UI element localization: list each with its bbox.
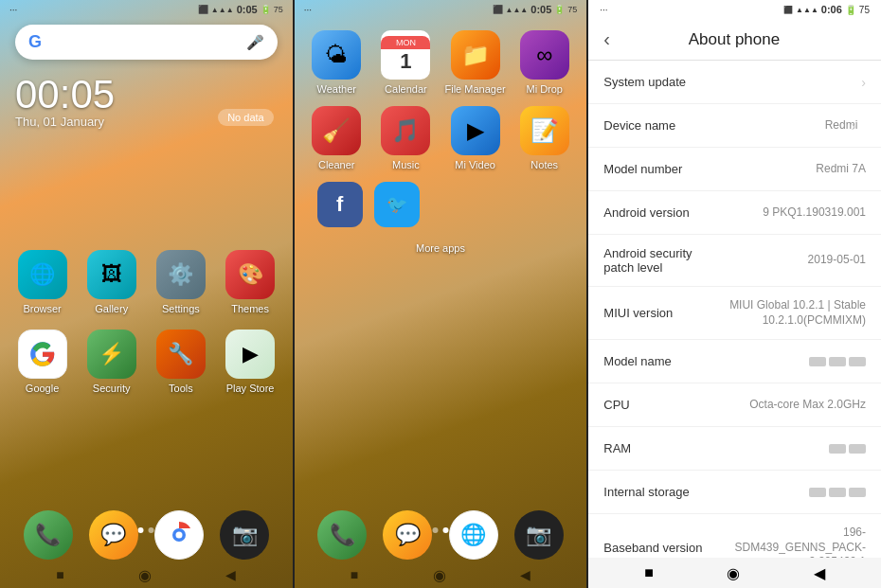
status-dots: ··· — [9, 5, 17, 15]
security-label: Security — [93, 383, 131, 394]
row-model-name: Model name — [588, 340, 881, 383]
s2-dock-messages[interactable]: 💬 — [383, 510, 432, 560]
about-signal-icon: ▲▲▲ — [796, 6, 818, 14]
about-nav-bar: ■ ◉ ◀ — [588, 558, 881, 588]
dock-phone[interactable]: 📞 — [24, 510, 73, 560]
app-browser[interactable]: 🌐 Browser — [11, 250, 73, 314]
row-system-update[interactable]: System update › — [588, 61, 881, 104]
app-mivideo[interactable]: ▶ Mi Video — [444, 106, 506, 170]
nav-square[interactable]: ■ — [56, 567, 63, 582]
mic-icon[interactable]: 🎤 — [246, 34, 264, 51]
storage-redact-3 — [849, 488, 866, 497]
mivideo-label: Mi Video — [455, 159, 495, 170]
filemanager-icon: 📁 — [451, 30, 500, 80]
redact-3 — [849, 357, 866, 366]
themes-icon: 🎨 — [225, 250, 275, 299]
screen2-status-bar: ··· ⬛ ▲▲▲ 0:05 🔋 75 — [295, 0, 587, 19]
screen2-top-apps: 🌤 Weather MON 1 Calendar 📁 File Manager … — [295, 27, 587, 98]
bottom-dock: 📞 💬 📷 — [0, 510, 293, 560]
about-list: System update › Device name Redmi › Mode… — [588, 61, 881, 558]
app-filemanager[interactable]: 📁 File Manager — [444, 30, 506, 95]
google-logo: G — [28, 32, 42, 52]
svg-point-1 — [175, 532, 182, 539]
back-button[interactable]: ‹ — [603, 28, 610, 50]
s2-time: 0:05 — [530, 4, 551, 15]
cpu-label: CPU — [603, 398, 629, 412]
app-notes[interactable]: 📝 Notes — [513, 106, 575, 170]
row-cpu: CPU Octa-core Max 2.0GHz — [588, 383, 881, 427]
settings-label: Settings — [162, 303, 200, 314]
row-security-patch: Android security patch level 2019-05-01 — [588, 235, 881, 287]
row-internal-storage: Internal storage — [588, 471, 881, 514]
s2-dock-camera[interactable]: 📷 — [514, 510, 564, 560]
row-model-number: Model number Redmi 7A — [588, 148, 881, 191]
app-music[interactable]: 🎵 Music — [375, 106, 437, 170]
gallery-icon: 🖼 — [87, 250, 136, 299]
row-device-name[interactable]: Device name Redmi › — [588, 104, 881, 148]
weather-icon: 🌤 — [312, 30, 361, 80]
no-data-badge: No data — [218, 109, 274, 126]
screen1-status-bar: ··· ⬛ ▲▲▲ 0:05 🔋 75 — [0, 0, 293, 19]
app-calendar[interactable]: MON 1 Calendar — [375, 30, 437, 95]
s2-nav-circle[interactable]: ◉ — [433, 566, 446, 584]
s2-signal-icon: ▲▲▲ — [506, 6, 529, 14]
playstore-label: Play Store — [226, 383, 275, 394]
about-status-bar: ··· ⬛ ▲▲▲ 0:06 🔋 75 — [588, 0, 881, 19]
app-google[interactable]: Google — [11, 330, 73, 394]
about-time: 0:06 — [821, 4, 842, 15]
android-version-label: Android version — [603, 205, 689, 220]
app-midrop[interactable]: ∞ Mi Drop — [513, 30, 575, 95]
cleaner-icon: 🧹 — [312, 106, 361, 155]
security-patch-value: 2019-05-01 — [808, 253, 866, 268]
s2-sim-icon: ⬛ — [493, 5, 503, 14]
nav-back[interactable]: ◀ — [225, 567, 236, 582]
twitter-icon: 🐦 — [374, 182, 420, 227]
about-nav-back[interactable]: ◀ — [814, 564, 825, 582]
dock-chrome[interactable] — [154, 510, 204, 560]
about-nav-square[interactable]: ■ — [644, 564, 654, 581]
app-playstore[interactable]: ▶ Play Store — [220, 330, 281, 394]
s2-status-icons: ⬛ ▲▲▲ 0:05 🔋 75 — [493, 4, 578, 15]
app-gallery[interactable]: 🖼 Gallery — [81, 250, 142, 314]
security-patch-label: Android security patch level — [603, 246, 722, 275]
app-settings[interactable]: ⚙️ Settings — [150, 250, 211, 314]
screen1-time: 0:05 — [237, 4, 258, 15]
calendar-label: Calendar — [385, 83, 427, 95]
system-update-label: System update — [603, 75, 686, 89]
s2-nav-back[interactable]: ◀ — [520, 567, 530, 582]
app-twitter[interactable]: 🐦 — [374, 182, 420, 227]
browser-icon: 🌐 — [18, 250, 67, 299]
row-ram: RAM — [588, 427, 881, 471]
themes-label: Themes — [231, 303, 269, 314]
about-battery-icon: 🔋 — [845, 5, 856, 15]
social-row: f 🐦 — [295, 174, 587, 235]
dock-messages[interactable]: 💬 — [89, 510, 138, 560]
about-dots: ··· — [600, 5, 607, 15]
nav-circle[interactable]: ◉ — [138, 566, 152, 584]
app-weather[interactable]: 🌤 Weather — [306, 30, 368, 95]
status-icons: ⬛ ▲▲▲ 0:05 🔋 75 — [198, 4, 283, 15]
app-cleaner[interactable]: 🧹 Cleaner — [306, 106, 368, 170]
about-nav-circle[interactable]: ◉ — [727, 564, 740, 582]
app-security[interactable]: ⚡ Security — [81, 330, 142, 394]
model-name-label: Model name — [603, 354, 672, 368]
screen2: ··· ⬛ ▲▲▲ 0:05 🔋 75 🌤 Weather MON 1 Cale… — [295, 0, 587, 588]
app-themes[interactable]: 🎨 Themes — [220, 250, 281, 314]
internal-storage-value — [809, 488, 866, 497]
gallery-label: Gallery — [95, 303, 128, 314]
screen1: ··· ⬛ ▲▲▲ 0:05 🔋 75 G 🎤 00:05 Thu, 01 Ja… — [0, 0, 293, 588]
model-name-value — [809, 357, 866, 366]
more-apps-container[interactable]: More apps — [295, 235, 587, 259]
calendar-icon: MON 1 — [381, 30, 430, 80]
app-tools[interactable]: 🔧 Tools — [150, 330, 211, 394]
search-bar[interactable]: G 🎤 — [15, 25, 278, 60]
dock-camera[interactable]: 📷 — [220, 510, 269, 560]
storage-redact-1 — [809, 488, 826, 497]
app-facebook[interactable]: f — [317, 182, 363, 227]
s2-dock-chrome[interactable]: 🌐 — [449, 510, 498, 560]
screen2-bottom-dock: 📞 💬 🌐 📷 — [295, 510, 587, 560]
music-label: Music — [392, 159, 420, 170]
s2-nav-square[interactable]: ■ — [351, 567, 358, 582]
music-icon: 🎵 — [381, 106, 430, 155]
s2-dock-phone[interactable]: 📞 — [317, 510, 367, 560]
